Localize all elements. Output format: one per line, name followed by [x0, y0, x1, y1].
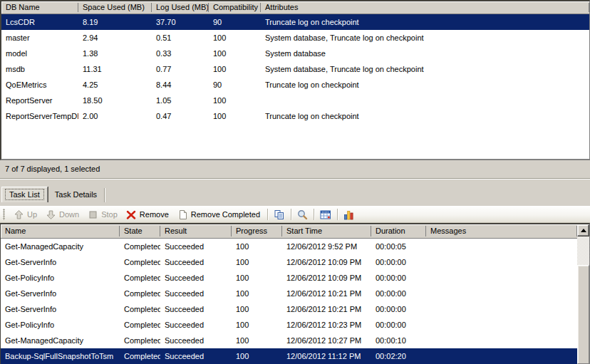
- cell: Succeeded: [160, 301, 232, 317]
- stop-button[interactable]: Stop: [83, 208, 122, 222]
- cell: 100: [209, 46, 261, 61]
- toolbar-separator: [291, 209, 291, 220]
- cell: 0.77: [152, 61, 209, 77]
- cell: 2.94: [78, 30, 152, 46]
- cell: 12/06/2012 10:21 PM: [282, 286, 371, 301]
- cell: Succeeded: [160, 286, 232, 301]
- database-list-header: DB NameSpace Used (MB)Log Used (MB)Compa…: [1, 1, 589, 14]
- column-header-name[interactable]: Name: [1, 224, 120, 238]
- cell: QoEMetrics: [1, 77, 78, 93]
- cell: 00:00:05: [371, 239, 426, 254]
- cell: 00:00:00: [371, 301, 426, 317]
- column-header-space-used-mb[interactable]: Space Used (MB): [78, 1, 152, 14]
- column-header-result[interactable]: Result: [160, 224, 232, 238]
- remove-completed-button[interactable]: Remove Completed: [173, 208, 264, 222]
- cell: ReportServerTempDB: [1, 108, 78, 124]
- cell: 8.44: [152, 77, 209, 93]
- up-triangle-icon: [581, 229, 586, 232]
- toolbar-grip[interactable]: [3, 209, 6, 220]
- cell: 100: [232, 317, 282, 333]
- toolbar-separator: [314, 209, 314, 220]
- toolbar-button-label: Remove Completed: [191, 210, 260, 219]
- vertical-scrollbar[interactable]: [577, 224, 589, 364]
- tab-strip: Task ListTask Details: [1, 187, 105, 202]
- chart-button[interactable]: [341, 208, 357, 222]
- column-header-duration[interactable]: Duration: [371, 224, 426, 238]
- tab-task-list[interactable]: Task List: [1, 187, 48, 202]
- tab-task-details[interactable]: Task Details: [48, 188, 105, 202]
- task-list-body: Get-ManagedCapacityCompletedSucceeded100…: [1, 239, 577, 364]
- table-row[interactable]: QoEMetrics4.258.4490Truncate log on chec…: [1, 77, 589, 93]
- database-list-body: LcsCDR8.1937.7090Truncate log on checkpo…: [1, 14, 589, 124]
- scrollbar-thumb[interactable]: [577, 265, 589, 364]
- cell: 12/06/2012 10:27 PM: [282, 333, 371, 348]
- table-row[interactable]: Get-PolicyInfoCompletedSucceeded10012/06…: [1, 270, 577, 286]
- column-header-messages[interactable]: Messages: [426, 224, 577, 238]
- cell: 12/06/2012 10:21 PM: [282, 301, 371, 317]
- cell: Completed: [120, 301, 160, 317]
- table-row[interactable]: msdb11.310.77100System database, Truncat…: [1, 61, 589, 77]
- database-listview: DB NameSpace Used (MB)Log Used (MB)Compa…: [0, 0, 590, 160]
- column-header-progress[interactable]: Progress: [232, 224, 282, 238]
- cell: Succeeded: [160, 333, 232, 348]
- cell: [426, 301, 577, 317]
- table-row[interactable]: Backup-SqlFullSnapshotToTsmCompletedSucc…: [1, 348, 577, 364]
- grid-button[interactable]: [317, 208, 334, 222]
- cell: Get-PolicyInfo: [1, 270, 120, 286]
- scroll-up-button[interactable]: [577, 224, 589, 236]
- pane-splitter[interactable]: [0, 179, 590, 180]
- tab-label: Task List: [5, 189, 44, 200]
- cell: Completed: [120, 270, 160, 286]
- copy-button[interactable]: [271, 208, 288, 222]
- column-header-log-used-mb[interactable]: Log Used (MB): [152, 1, 209, 14]
- cell: 100: [209, 61, 261, 77]
- table-row[interactable]: Get-ManagedCapacityCompletedSucceeded100…: [1, 333, 577, 348]
- cell: 12/06/2012 10:09 PM: [282, 254, 371, 270]
- cell: 100: [232, 270, 282, 286]
- cell: Completed: [120, 254, 160, 270]
- table-row[interactable]: Get-ServerInfoCompletedSucceeded10012/06…: [1, 301, 577, 317]
- column-header-state[interactable]: State: [120, 224, 160, 238]
- table-row[interactable]: Get-PolicyInfoCompletedSucceeded10012/06…: [1, 317, 577, 333]
- table-row[interactable]: LcsCDR8.1937.7090Truncate log on checkpo…: [1, 14, 589, 30]
- column-header-start-time[interactable]: Start Time: [282, 224, 371, 238]
- column-header-db-name[interactable]: DB Name: [1, 1, 78, 14]
- cell: Get-PolicyInfo: [1, 317, 120, 333]
- toolbar-separator: [267, 209, 268, 220]
- cell: Get-ManagedCapacity: [1, 333, 120, 348]
- stop-icon: [88, 209, 98, 220]
- cell: master: [1, 30, 78, 46]
- column-header-attributes[interactable]: Attributes: [261, 1, 589, 14]
- cell: 18.50: [78, 93, 152, 108]
- up-button[interactable]: Up: [9, 208, 41, 222]
- cell: 0.47: [152, 108, 209, 124]
- cell: Get-ManagedCapacity: [1, 239, 120, 254]
- cell: 100: [232, 301, 282, 317]
- column-header-compatibility[interactable]: Compatibility: [209, 1, 261, 14]
- status-bar: 7 of 7 displayed, 1 selected: [0, 160, 590, 179]
- cell: [426, 254, 577, 270]
- table-row[interactable]: ReportServer18.501.05100: [1, 93, 589, 108]
- table-row[interactable]: ReportServerTempDB2.000.47100Truncate lo…: [1, 108, 589, 124]
- cell: Completed: [120, 333, 160, 348]
- cell: 100: [232, 286, 282, 301]
- table-row[interactable]: model1.380.33100System database: [1, 46, 589, 61]
- table-row[interactable]: Get-ManagedCapacityCompletedSucceeded100…: [1, 239, 577, 254]
- cell: [426, 270, 577, 286]
- remove-button[interactable]: Remove: [122, 208, 173, 222]
- search-button[interactable]: [294, 208, 311, 222]
- scrollbar-track[interactable]: [577, 236, 589, 265]
- page-icon: [177, 209, 188, 220]
- cell: 0.33: [152, 46, 209, 61]
- cell: 11.31: [78, 61, 152, 77]
- cell: 100: [232, 348, 282, 364]
- cell: 8.19: [78, 14, 152, 30]
- table-row[interactable]: Get-ServerInfoCompletedSucceeded10012/06…: [1, 254, 577, 270]
- cell: 00:00:00: [371, 254, 426, 270]
- table-row[interactable]: master2.940.51100System database, Trunca…: [1, 30, 589, 46]
- down-button[interactable]: Down: [41, 208, 83, 222]
- up-arrow-icon: [14, 209, 24, 220]
- chart-icon: [343, 209, 354, 220]
- cell: 37.70: [152, 14, 209, 30]
- table-row[interactable]: Get-ServerInfoCompletedSucceeded10012/06…: [1, 286, 577, 301]
